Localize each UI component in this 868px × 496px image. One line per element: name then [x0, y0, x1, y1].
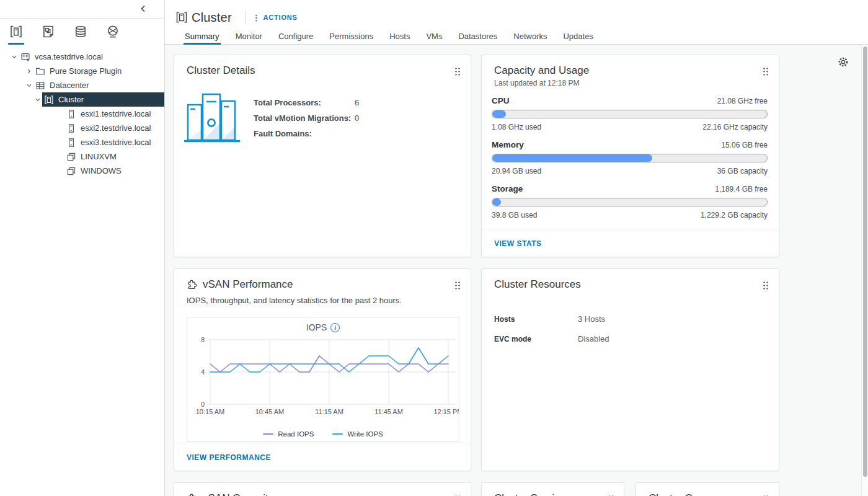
- meter-free: 21.08 GHz free: [717, 97, 768, 105]
- tree-item-label: esxi1.testdrive.local: [81, 109, 151, 118]
- field-value: Disabled: [578, 334, 609, 343]
- tab-monitor[interactable]: Monitor: [234, 27, 264, 45]
- tree-item-label: WINDOWS: [81, 166, 122, 175]
- resource-row: EVC modeDisabled: [494, 329, 766, 349]
- nav-tab-networking-icon[interactable]: [97, 19, 129, 45]
- puzzle-plugin-icon: [187, 493, 198, 496]
- tab-configure[interactable]: Configure: [277, 27, 314, 45]
- object-header: Cluster ⋮ ACTIONS SummaryMonitorConfigur…: [165, 0, 868, 45]
- settings-gear-button[interactable]: [838, 56, 849, 68]
- tab-networks[interactable]: Networks: [512, 27, 548, 45]
- cluster-details-card: Cluster Details: [174, 55, 471, 257]
- vsan-performance-card: vSAN Performance IOPS, throughput, and l…: [174, 268, 471, 471]
- tree-item-label: Pure Storage Plugin: [50, 66, 122, 76]
- last-updated-text: Last updated at 12:18 PM: [482, 77, 779, 87]
- chevron-left-icon: [140, 5, 147, 14]
- view-performance-link[interactable]: VIEW PERFORMANCE: [187, 453, 271, 462]
- scrollbar-thumb[interactable]: [863, 46, 867, 477]
- nav-tab-storage-icon[interactable]: [64, 19, 97, 45]
- card-title: Cluster Services: [494, 492, 571, 496]
- expander-open-icon[interactable]: [25, 82, 33, 89]
- chart-title: IOPS i: [187, 317, 459, 335]
- tab-updates[interactable]: Updates: [562, 27, 594, 45]
- svg-text:11:45 AM: 11:45 AM: [374, 408, 403, 415]
- cluster-icon: [175, 11, 188, 24]
- svg-text:0: 0: [201, 401, 205, 408]
- tree-item-esxi3-testdrive-local[interactable]: esxi3.testdrive.local: [0, 135, 164, 149]
- gear-icon: [838, 60, 849, 69]
- tree-item-label: esxi3.testdrive.local: [81, 138, 151, 147]
- cluster-icon: [44, 95, 55, 105]
- card-title: Cluster Resources: [494, 278, 581, 291]
- host-icon: [66, 123, 77, 133]
- cluster-resources-card: Cluster Resources Hosts3 HostsEVC modeDi…: [481, 268, 779, 471]
- summary-content: Cluster Details: [165, 45, 868, 496]
- tree-item-label: LINUXVM: [81, 152, 117, 161]
- expander-closed-icon[interactable]: [25, 68, 33, 74]
- tree-item-label: Datacenter: [50, 81, 89, 90]
- usage-bar-fill: [492, 154, 652, 162]
- tree-item-cluster[interactable]: Cluster: [0, 92, 164, 107]
- tab-permissions[interactable]: Permissions: [328, 27, 374, 45]
- card-title: vSAN Performance: [203, 278, 293, 291]
- tree-item-esxi1-testdrive-local[interactable]: esxi1.testdrive.local: [0, 107, 164, 121]
- drag-handle-icon[interactable]: [454, 281, 461, 290]
- cluster-illustration-icon: [183, 87, 241, 146]
- drag-handle-icon[interactable]: [454, 67, 461, 76]
- collapse-sidebar-button[interactable]: [140, 5, 147, 12]
- detail-row: Total Processors:6: [254, 98, 458, 107]
- divider: [246, 11, 246, 24]
- actions-button[interactable]: ⋮ ACTIONS: [252, 13, 298, 22]
- svg-text:11:15 AM: 11:15 AM: [315, 408, 343, 415]
- legend-line-swatch: [332, 433, 343, 435]
- field-value: 0: [355, 113, 359, 123]
- field-label: Total Processors:: [254, 98, 355, 107]
- usage-bar-fill: [492, 198, 501, 206]
- meter-capacity: 22.16 GHz capacity: [702, 123, 768, 131]
- nav-tab-hosts-and-clusters-icon[interactable]: [0, 19, 32, 45]
- expander-open-icon[interactable]: [33, 97, 42, 103]
- page-title: Cluster: [192, 11, 232, 25]
- tab-datastores[interactable]: Datastores: [457, 27, 498, 45]
- tree-item-esxi2-testdrive-local[interactable]: esxi2.testdrive.local: [0, 121, 164, 135]
- navigation-sidebar: vcsa.testdrive.localPure Storage PluginD…: [0, 0, 165, 496]
- expander-open-icon[interactable]: [10, 54, 19, 60]
- card-title: Cluster Details: [187, 64, 255, 77]
- datacenter-icon: [35, 81, 46, 91]
- card-subtitle: IOPS, throughput, and latency statistics…: [187, 296, 458, 305]
- host-icon: [66, 138, 77, 148]
- folder-icon: [35, 66, 46, 76]
- main-panel: Cluster ⋮ ACTIONS SummaryMonitorConfigur…: [165, 0, 868, 496]
- tab-hosts[interactable]: Hosts: [388, 27, 411, 45]
- tree-item-pure-storage-plugin[interactable]: Pure Storage Plugin: [0, 64, 164, 78]
- tree-item-vcsa-testdrive-local[interactable]: vcsa.testdrive.local: [0, 50, 164, 64]
- tree-item-windows[interactable]: WINDOWS: [0, 164, 164, 178]
- meter-free: 1,189.4 GB free: [715, 185, 768, 193]
- view-stats-link[interactable]: VIEW STATS: [494, 239, 542, 248]
- meter-capacity: 1,229.2 GB capacity: [701, 211, 768, 219]
- drag-handle-icon[interactable]: [763, 67, 769, 76]
- tab-summary[interactable]: Summary: [184, 27, 221, 45]
- meter-label: Storage: [492, 184, 523, 193]
- svg-text:8: 8: [201, 336, 205, 343]
- meter-memory: Memory15.06 GB free20.94 GB used36 GB ca…: [492, 140, 768, 175]
- tree-item-linuxvm[interactable]: LINUXVM: [0, 149, 164, 164]
- info-icon[interactable]: i: [330, 323, 340, 332]
- host-icon: [66, 109, 77, 119]
- meter-storage: Storage1,189.4 GB free39.8 GB used1,229.…: [492, 184, 768, 219]
- chart-legend: Read IOPSWrite IOPS: [187, 430, 459, 438]
- drag-handle-icon[interactable]: [763, 281, 769, 290]
- svg-text:12:15 PM: 12:15 PM: [433, 408, 459, 415]
- meter-label: CPU: [492, 96, 510, 105]
- vertical-scrollbar[interactable]: [861, 45, 868, 496]
- tab-vms[interactable]: VMs: [425, 27, 443, 45]
- resource-row: Hosts3 Hosts: [494, 309, 766, 329]
- puzzle-plugin-icon: [187, 279, 198, 290]
- tree-item-datacenter[interactable]: Datacenter: [0, 78, 164, 92]
- iops-chart: IOPS i 04810:15 AM10:45 AM11:15 AM11:45 …: [187, 317, 459, 442]
- vertical-ellipsis-icon: ⋮: [252, 13, 261, 22]
- meter-free: 15.06 GB free: [721, 141, 768, 149]
- nav-tab-vms-and-templates-icon[interactable]: [32, 19, 64, 45]
- vcenter-icon: [20, 52, 31, 62]
- usage-bar: [492, 198, 768, 206]
